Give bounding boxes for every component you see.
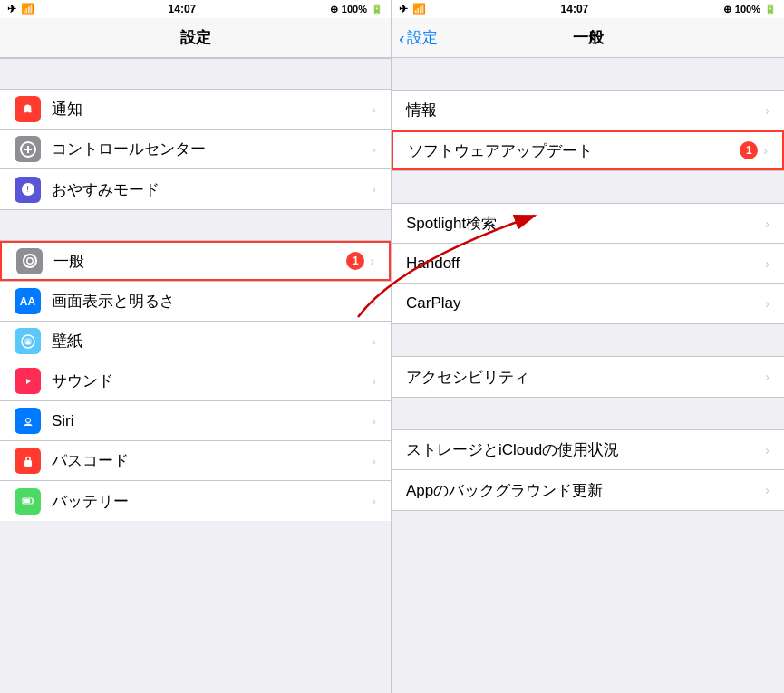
wallpaper-label: 壁紙 bbox=[52, 331, 372, 351]
right-status-right: ⊕ 100% 🔋 bbox=[723, 4, 777, 15]
display-label: 画面表示と明るさ bbox=[52, 291, 372, 312]
notification-chevron: › bbox=[372, 102, 376, 117]
spotlight-right: › bbox=[765, 217, 769, 231]
battery-label: バッテリー bbox=[52, 491, 372, 512]
general-badge: 1 bbox=[346, 252, 364, 270]
background-app-chevron: › bbox=[765, 483, 769, 497]
do-not-disturb-label: おやすみモード bbox=[52, 179, 372, 200]
settings-item-notification[interactable]: 通知 › bbox=[0, 90, 391, 130]
battery-icon: 🔋 bbox=[371, 4, 383, 15]
software-update-right: 1 › bbox=[740, 141, 768, 159]
info-label: 情報 bbox=[406, 100, 765, 120]
handoff-chevron: › bbox=[765, 256, 769, 271]
settings-item-display[interactable]: AA 画面表示と明るさ › bbox=[0, 282, 391, 322]
right-status-bar: ✈ 📶 14:07 ⊕ 100% 🔋 bbox=[392, 0, 784, 18]
right-section-3: アクセシビリティ › bbox=[392, 356, 784, 398]
general-icon bbox=[16, 248, 43, 274]
right-title: 一般 bbox=[573, 27, 604, 48]
right-panel: ✈ 📶 14:07 ⊕ 100% 🔋 ‹ 設定 一般 情報 › ソフトウェアアッ… bbox=[392, 0, 784, 693]
carplay-label: CarPlay bbox=[406, 294, 765, 313]
siri-chevron: › bbox=[372, 414, 376, 428]
control-center-chevron: › bbox=[372, 142, 376, 157]
right-item-storage[interactable]: ストレージとiCloudの使用状況 › bbox=[392, 430, 784, 470]
settings-item-control-center[interactable]: コントロールセンター › bbox=[0, 130, 391, 169]
right-status-left: ✈ 📶 bbox=[399, 3, 426, 15]
siri-label: Siri bbox=[52, 412, 372, 430]
display-chevron: › bbox=[372, 294, 376, 309]
right-airplane-icon: ✈ bbox=[399, 3, 408, 15]
storage-chevron: › bbox=[765, 443, 769, 457]
back-chevron-icon: ‹ bbox=[399, 29, 405, 47]
right-gap-1 bbox=[392, 58, 784, 90]
info-chevron: › bbox=[765, 103, 769, 118]
right-gap-3 bbox=[392, 324, 784, 356]
settings-item-sounds[interactable]: サウンド › bbox=[0, 361, 391, 401]
software-update-chevron: › bbox=[763, 143, 768, 158]
control-center-icon bbox=[15, 136, 41, 162]
settings-item-battery[interactable]: バッテリー › bbox=[0, 481, 391, 521]
wallpaper-chevron: › bbox=[372, 334, 376, 349]
settings-item-siri[interactable]: Siri › bbox=[0, 401, 391, 441]
svg-rect-12 bbox=[33, 500, 34, 502]
settings-item-passcode[interactable]: パスコード › bbox=[0, 441, 391, 481]
software-update-label: ソフトウェアアップデート bbox=[408, 140, 740, 161]
software-update-badge: 1 bbox=[740, 141, 758, 159]
left-group-sep-2 bbox=[0, 209, 391, 241]
sounds-label: サウンド bbox=[52, 371, 372, 391]
right-item-info[interactable]: 情報 › bbox=[392, 91, 784, 130]
battery-right: › bbox=[372, 494, 376, 508]
right-section-1: 情報 › ソフトウェアアップデート 1 › bbox=[392, 90, 784, 171]
storage-right: › bbox=[765, 443, 769, 457]
left-title: 設定 bbox=[180, 27, 211, 48]
location-icon: ⊕ bbox=[330, 4, 338, 15]
wallpaper-right: › bbox=[372, 334, 376, 349]
right-section-2: Spotlight検索 › Handoff › CarPlay › bbox=[392, 203, 784, 324]
accessibility-right: › bbox=[765, 370, 769, 384]
left-status-left: ✈ 📶 bbox=[7, 3, 34, 15]
right-battery-percent: 100% bbox=[735, 4, 760, 14]
display-right: › bbox=[372, 294, 376, 309]
wallpaper-icon bbox=[15, 328, 41, 354]
right-item-software-update[interactable]: ソフトウェアアップデート 1 › bbox=[392, 130, 784, 170]
accessibility-chevron: › bbox=[765, 370, 769, 384]
general-label: 一般 bbox=[53, 251, 346, 272]
svg-rect-13 bbox=[24, 499, 30, 503]
spotlight-label: Spotlight検索 bbox=[406, 213, 765, 234]
notification-icon bbox=[15, 96, 41, 122]
right-item-carplay[interactable]: CarPlay › bbox=[392, 284, 784, 323]
left-settings-group-3: AA 画面表示と明るさ › 壁紙 › サウンド › bbox=[0, 281, 391, 521]
wifi-icon: 📶 bbox=[21, 3, 34, 15]
background-app-label: Appのバックグラウンド更新 bbox=[406, 480, 765, 501]
right-item-spotlight[interactable]: Spotlight検索 › bbox=[392, 204, 784, 244]
left-time: 14:07 bbox=[169, 3, 197, 15]
right-section-4: ストレージとiCloudの使用状況 › Appのバックグラウンド更新 › bbox=[392, 429, 784, 511]
carplay-chevron: › bbox=[765, 296, 769, 311]
back-button[interactable]: ‹ 設定 bbox=[399, 27, 438, 48]
left-status-right: ⊕ 100% 🔋 bbox=[330, 4, 383, 15]
settings-item-general[interactable]: 一般 1 › bbox=[0, 241, 391, 281]
siri-right: › bbox=[372, 414, 376, 428]
right-item-background-app[interactable]: Appのバックグラウンド更新 › bbox=[392, 470, 784, 510]
battery-settings-icon bbox=[15, 488, 41, 515]
do-not-disturb-right: › bbox=[372, 182, 376, 197]
right-nav-bar: ‹ 設定 一般 bbox=[392, 18, 784, 58]
right-item-handoff[interactable]: Handoff › bbox=[392, 244, 784, 284]
left-group-sep-1 bbox=[0, 58, 391, 90]
settings-item-wallpaper[interactable]: 壁紙 › bbox=[0, 322, 391, 361]
control-center-label: コントロールセンター bbox=[52, 139, 372, 159]
passcode-right: › bbox=[372, 454, 376, 468]
battery-chevron: › bbox=[372, 494, 376, 508]
left-status-bar: ✈ 📶 14:07 ⊕ 100% 🔋 bbox=[0, 0, 391, 18]
control-center-right: › bbox=[372, 142, 376, 157]
siri-icon bbox=[15, 408, 41, 434]
left-settings-group-1: 通知 › コントロールセンター › おやすみモード › bbox=[0, 90, 391, 209]
display-icon: AA bbox=[15, 288, 41, 314]
back-label: 設定 bbox=[407, 27, 438, 48]
passcode-chevron: › bbox=[372, 454, 376, 468]
do-not-disturb-chevron: › bbox=[372, 182, 376, 197]
settings-item-do-not-disturb[interactable]: おやすみモード › bbox=[0, 169, 391, 209]
svg-rect-10 bbox=[24, 460, 32, 467]
right-item-accessibility[interactable]: アクセシビリティ › bbox=[392, 357, 784, 397]
right-battery-icon: 🔋 bbox=[764, 4, 777, 15]
passcode-icon bbox=[15, 448, 41, 474]
